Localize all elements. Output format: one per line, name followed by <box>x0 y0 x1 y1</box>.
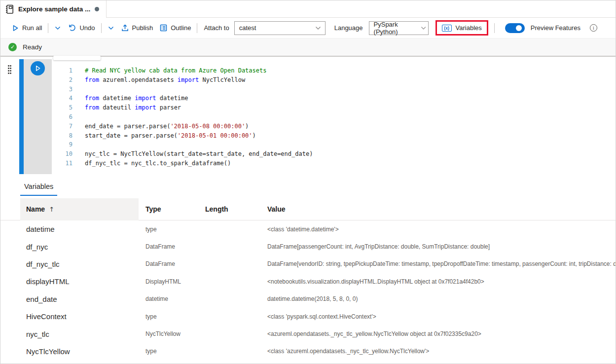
variables-button-highlight: (x) Variables <box>435 20 488 36</box>
variables-panel-tab[interactable]: Variables <box>20 182 57 196</box>
attach-to-dropdown[interactable]: catest <box>234 21 326 35</box>
outline-icon <box>160 24 167 32</box>
line-number: 5 <box>52 103 72 112</box>
code-line: 9 <box>52 140 616 149</box>
line-number: 11 <box>52 159 72 168</box>
variables-panel: Variables Name ↑ Type Length Value datet… <box>0 182 616 360</box>
cell-val: <class 'azureml.opendatasets._nyc_tlc_ye… <box>258 348 616 355</box>
cell-val: <class 'pyspark.sql.context.HiveContext'… <box>258 313 616 320</box>
code-line: 3 <box>52 85 616 94</box>
code-text: # Read NYC yellow cab data from Azure Op… <box>72 66 266 75</box>
status-text: Ready <box>23 43 42 51</box>
line-number: 6 <box>52 112 72 122</box>
line-number: 7 <box>52 122 72 131</box>
code-text <box>72 85 85 94</box>
variable-row[interactable]: end_datedatetimedatetime.datetime(2018, … <box>0 291 616 308</box>
cell-name: displayHTML <box>20 277 139 286</box>
language-dropdown[interactable]: PySpark (Python) <box>369 21 429 35</box>
tab-explore-sample-data[interactable]: Explore sample data ... <box>0 0 107 18</box>
code-cell: 1# Read NYC yellow cab data from Azure O… <box>0 59 616 174</box>
status-bar: ✓ Ready <box>0 38 616 57</box>
variable-row[interactable]: df_nyc_tlcDataFrameDataFrame[vendorID: s… <box>0 255 616 273</box>
cell-name: end_date <box>20 295 139 303</box>
variables-icon: (x) <box>442 25 452 32</box>
cell-type: type <box>139 348 198 355</box>
chevron-down-icon <box>421 26 426 30</box>
line-number: 10 <box>52 149 72 159</box>
language-label: Language <box>334 24 363 32</box>
tab-bar: Explore sample data ... <box>0 0 616 18</box>
undo-options-chevron-button[interactable] <box>104 24 118 33</box>
toggle-knob <box>516 25 522 31</box>
toolbar-separator <box>101 23 102 33</box>
cell-name: datetime <box>20 225 139 233</box>
column-header-value[interactable]: Value <box>258 205 616 213</box>
notebook-window: Explore sample data ... Run all Undo <box>0 0 616 364</box>
run-options-chevron-button[interactable] <box>51 24 65 33</box>
variable-row[interactable]: HiveContexttype<class 'pyspark.sql.conte… <box>0 308 616 325</box>
variables-label: Variables <box>456 24 482 32</box>
variables-table: Name ↑ Type Length Value datetimetype<cl… <box>0 198 616 360</box>
cell-type: DataFrame <box>139 243 198 250</box>
cell-val: DataFrame[vendorID: string, tpepPickupDa… <box>258 260 616 267</box>
drag-dots-icon <box>8 65 12 174</box>
code-line: 6 <box>52 112 616 122</box>
undo-button[interactable]: Undo <box>65 22 98 34</box>
run-all-button[interactable]: Run all <box>8 22 45 34</box>
code-text <box>72 112 85 122</box>
unsaved-changes-dot <box>95 7 99 11</box>
play-icon <box>12 25 19 32</box>
play-icon <box>35 65 41 72</box>
cell-type: DisplayHTML <box>139 278 198 285</box>
variables-table-header: Name ↑ Type Length Value <box>0 198 616 220</box>
cell-val: <notebookutils.visualization.displayHTML… <box>258 278 616 285</box>
variable-row[interactable]: NycTlcYellowtype<class 'azureml.opendata… <box>0 343 616 360</box>
toolbar-separator <box>197 23 197 33</box>
outline-button[interactable]: Outline <box>156 22 194 34</box>
language-value: PySpark (Python) <box>374 21 421 36</box>
code-line: 1# Read NYC yellow cab data from Azure O… <box>52 66 616 75</box>
variables-table-body: datetimetype<class 'datetime.datetime'>d… <box>0 220 616 360</box>
chevron-down-icon <box>108 26 114 30</box>
chevron-down-icon <box>55 26 61 30</box>
code-line: 2from azureml.opendatasets import NycTlc… <box>52 75 616 85</box>
variable-row[interactable]: nyc_tlcNycTlcYellow<azureml.opendatasets… <box>0 325 616 342</box>
column-header-type[interactable]: Type <box>139 205 198 213</box>
notebook-icon <box>5 4 14 14</box>
line-number: 3 <box>52 85 72 94</box>
code-text: from datetime import datetime <box>72 94 188 103</box>
code-text: from dateutil import parser <box>72 103 181 112</box>
publish-button[interactable]: Publish <box>118 22 157 34</box>
outline-label: Outline <box>171 24 191 32</box>
cell-type: datetime <box>139 295 198 302</box>
preview-features-label: Preview Features <box>531 24 580 32</box>
variables-button[interactable]: (x) Variables <box>437 22 486 34</box>
code-line: 5from dateutil import parser <box>52 103 616 112</box>
variable-row[interactable]: displayHTMLDisplayHTML<notebookutils.vis… <box>0 273 616 290</box>
column-header-length[interactable]: Length <box>198 205 258 213</box>
variable-row[interactable]: datetimetype<class 'datetime.datetime'> <box>0 220 616 238</box>
preview-features-toggle[interactable] <box>505 23 525 33</box>
notebook-main-area: 1# Read NYC yellow cab data from Azure O… <box>0 59 616 364</box>
variable-row[interactable]: df_nycDataFrameDataFrame[passengerCount:… <box>0 238 616 255</box>
line-number: 2 <box>52 75 72 85</box>
cell-name: HiveContext <box>20 312 139 321</box>
line-number: 8 <box>52 131 72 141</box>
code-line: 4from datetime import datetime <box>52 94 616 103</box>
code-line: 11df_nyc_tlc = nyc_tlc.to_spark_datafram… <box>52 159 616 168</box>
attach-to-value: catest <box>239 24 256 32</box>
cell-val: <class 'datetime.datetime'> <box>258 226 616 233</box>
run-all-label: Run all <box>22 24 42 32</box>
column-header-name[interactable]: Name ↑ <box>20 198 139 220</box>
cell-selection-bar <box>19 59 24 174</box>
info-icon[interactable]: i <box>590 24 597 32</box>
cell-drag-handle[interactable] <box>0 59 19 174</box>
cell-type: type <box>139 313 198 320</box>
cell-name: df_nyc <box>20 243 139 251</box>
cell-gutter <box>24 59 52 174</box>
chevron-down-icon <box>315 26 321 30</box>
run-cell-button[interactable] <box>31 61 45 75</box>
cell-type: DataFrame <box>139 260 198 267</box>
cell-hover-toolbar <box>53 56 101 60</box>
code-editor[interactable]: 1# Read NYC yellow cab data from Azure O… <box>52 59 616 174</box>
